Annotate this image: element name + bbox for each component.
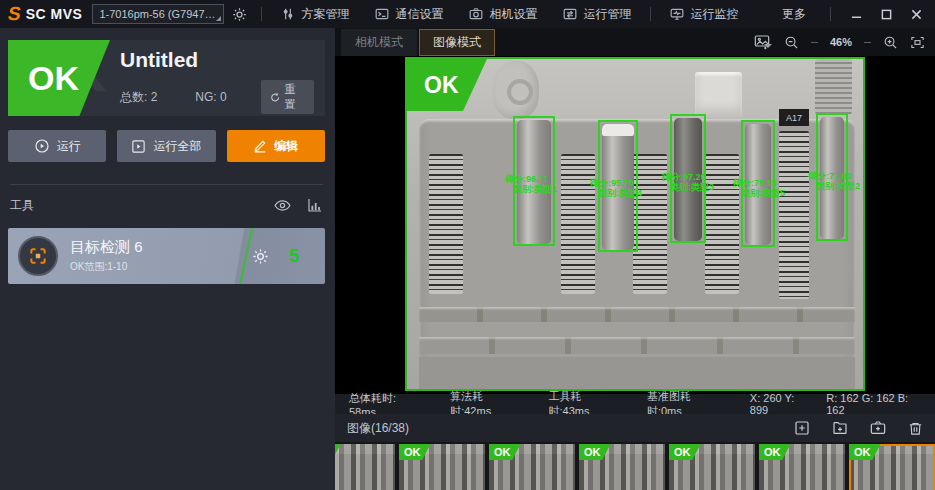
dropdown-corner-icon (216, 16, 221, 21)
thumbnail-status-badge: OK (759, 444, 791, 460)
gallery-count: 图像(16/38) (347, 420, 409, 437)
thumbnail-selected[interactable]: OK (849, 444, 935, 490)
device-dropdown-value: 1-7016pm-56 (G7947… (99, 8, 215, 20)
camera-icon (469, 7, 483, 21)
inspection-image: OK A17 (405, 57, 865, 391)
zoom-in-icon (883, 35, 898, 50)
thumbnail[interactable]: OK (335, 444, 395, 490)
app-logo: S SC MVS (8, 3, 82, 25)
detection-score: 得分:77.00 (808, 171, 852, 181)
flip-cap-vial (493, 61, 539, 119)
ng-count: NG: 0 (195, 90, 261, 104)
menu-camera-settings[interactable]: 相机设置 (456, 0, 550, 28)
zoom-dash (864, 42, 871, 43)
menu-solution-management[interactable]: 方案管理 (268, 0, 362, 28)
thumbnail-status-badge: OK (489, 444, 521, 460)
menu-item-label: 运行监控 (690, 6, 738, 23)
add-image-button[interactable] (794, 420, 810, 436)
total-count: 总数: 2 (120, 89, 195, 106)
caret-down-icon (764, 44, 772, 48)
run-all-button-label: 运行全部 (153, 138, 201, 155)
add-folder-button[interactable] (832, 420, 848, 436)
gallery-toolbar: 图像(16/38) (335, 414, 935, 442)
detection-score: 得分:95.70 (590, 178, 634, 188)
device-settings-button[interactable] (232, 7, 247, 22)
thumbnail[interactable]: OK (489, 444, 575, 490)
run-button[interactable]: 运行 (8, 130, 106, 162)
detection-box: 得分:97.20 类别:类型3 (670, 114, 706, 243)
image-display-button[interactable] (754, 34, 772, 50)
main-menu: 方案管理 通信设置 相机设置 运行管理 运行监控 (268, 0, 751, 28)
minimize-button[interactable] (845, 4, 867, 24)
zoom-out-button[interactable] (784, 35, 799, 50)
titlebar-separator (261, 7, 262, 21)
titlebar-separator (830, 7, 831, 21)
thumbnail[interactable]: OK (579, 444, 665, 490)
tool-card-target-detection[interactable]: 目标检测 6 OK范围:1-10 5 (8, 228, 325, 284)
detection-class: 类别:类型1 (513, 184, 595, 194)
histogram-icon (307, 197, 323, 213)
thumbnail-status-badge: OK (669, 444, 701, 460)
zoom-in-button[interactable] (883, 35, 898, 50)
status-badge-text: OK (28, 59, 79, 98)
thumbnail-status-badge: OK (849, 444, 881, 460)
close-button[interactable] (905, 4, 927, 24)
menu-communication-settings[interactable]: 通信设置 (362, 0, 456, 28)
capture-image-button[interactable] (870, 420, 886, 436)
titlebar: S SC MVS 1-7016pm-56 (G7947… 方案管理 通信设置 相… (0, 0, 935, 28)
close-icon (911, 9, 922, 20)
edit-button[interactable]: 编辑 (227, 130, 325, 162)
device-dropdown[interactable]: 1-7016pm-56 (G7947… (92, 4, 224, 24)
cursor-position: X: 260 Y: 899 (750, 392, 810, 416)
terminal-icon (375, 7, 389, 21)
menu-item-label: 方案管理 (301, 6, 349, 23)
reset-button[interactable]: 重置 (261, 80, 314, 114)
detection-box: 得分:96.11 类别:类型1 (513, 116, 555, 246)
delete-image-button[interactable] (908, 421, 923, 436)
tab-camera-mode[interactable]: 相机模式 (341, 29, 417, 56)
tool-settings-button[interactable] (252, 248, 269, 265)
play-square-icon (131, 139, 146, 154)
run-all-button[interactable]: 运行全部 (117, 130, 215, 162)
zoom-level: 46% (830, 36, 852, 48)
panel-divider (10, 184, 323, 185)
image-viewport[interactable]: OK A17 (335, 56, 935, 394)
slot-label: A17 (779, 109, 809, 126)
maximize-icon (881, 9, 892, 20)
image-status-badge: OK (407, 59, 487, 111)
menu-item-label: 通信设置 (395, 6, 443, 23)
detection-label: 得分:77.00 类别:类型2 (808, 171, 865, 191)
ribbed-cap-tube (815, 59, 852, 115)
visibility-toggle[interactable] (274, 197, 291, 214)
pencil-icon (253, 139, 267, 153)
thumbnail[interactable]: OK (399, 444, 485, 490)
thumbnail[interactable]: OK (759, 444, 845, 490)
statistics-button[interactable] (307, 197, 323, 214)
run-button-label: 运行 (57, 138, 81, 155)
barcode-strip (779, 131, 809, 299)
view-toolbar: 46% (754, 34, 935, 50)
monitor-icon (670, 7, 684, 21)
fit-view-button[interactable] (910, 35, 925, 50)
solution-name: Untitled (120, 48, 318, 72)
barcode-strip (429, 154, 463, 294)
tab-image-mode[interactable]: 图像模式 (419, 29, 495, 56)
main-area: 相机模式 图像模式 46% (335, 28, 935, 490)
detection-box: 得分:79.15 类别:类型5 (741, 120, 775, 247)
image-status-text: OK (424, 72, 459, 99)
more-button[interactable]: 更多 (772, 6, 816, 23)
rack-rail (419, 337, 855, 354)
mode-tab-bar: 相机模式 图像模式 46% (335, 28, 935, 56)
detection-box: 得分:77.00 类别:类型2 (816, 113, 848, 241)
menu-run-management[interactable]: 运行管理 (550, 0, 644, 28)
pixel-rgb-value: R: 162 G: 162 B: 162 (826, 392, 921, 416)
maximize-button[interactable] (875, 4, 897, 24)
thumbnail[interactable]: OK (669, 444, 755, 490)
tool-result-value: 5 (289, 246, 299, 267)
tool-name: 目标检测 6 (70, 238, 143, 257)
camera-plus-icon (870, 420, 886, 436)
image-status-bar: 总体耗时: 58ms 算法耗时:42ms 工具耗时:43ms 基准图耗时:0ms… (335, 394, 935, 414)
play-circle-icon (34, 138, 50, 154)
reset-button-label: 重置 (284, 82, 305, 112)
menu-run-monitoring[interactable]: 运行监控 (657, 0, 751, 28)
